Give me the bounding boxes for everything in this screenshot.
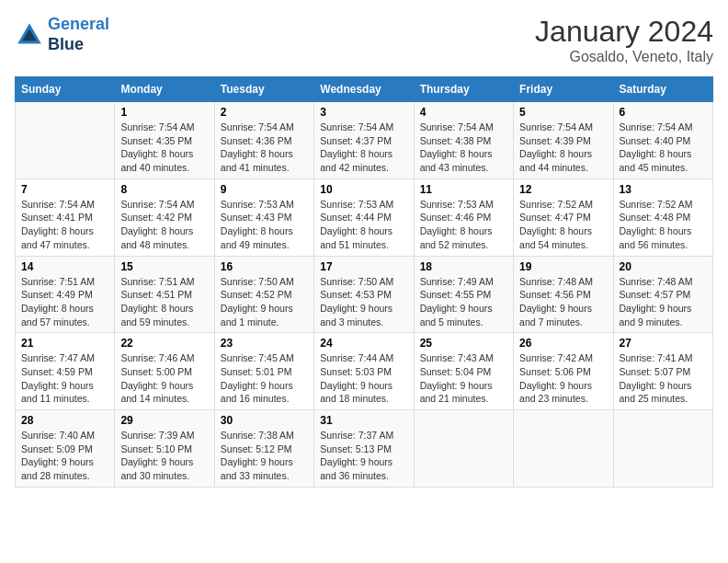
- day-info: Sunrise: 7:47 AMSunset: 4:59 PMDaylight:…: [21, 351, 108, 406]
- day-number: 31: [320, 414, 407, 427]
- day-cell: 28Sunrise: 7:40 AMSunset: 5:09 PMDayligh…: [16, 410, 115, 488]
- day-cell: 19Sunrise: 7:48 AMSunset: 4:56 PMDayligh…: [514, 256, 613, 333]
- day-number: 22: [120, 337, 208, 350]
- day-number: 4: [420, 106, 507, 119]
- calendar-header: SundayMondayTuesdayWednesdayThursdayFrid…: [16, 77, 713, 102]
- day-cell: 22Sunrise: 7:46 AMSunset: 5:00 PMDayligh…: [115, 333, 214, 410]
- day-cell: 26Sunrise: 7:42 AMSunset: 5:06 PMDayligh…: [514, 333, 613, 410]
- day-info: Sunrise: 7:38 AMSunset: 5:12 PMDaylight:…: [221, 429, 308, 483]
- week-row-1: 1Sunrise: 7:54 AMSunset: 4:35 PMDaylight…: [16, 102, 713, 179]
- day-number: 20: [620, 260, 707, 273]
- day-number: 16: [221, 260, 308, 273]
- header: General Blue January 2024 Gosaldo, Venet…: [15, 15, 713, 65]
- day-cell: 10Sunrise: 7:53 AMSunset: 4:44 PMDayligh…: [314, 178, 414, 256]
- day-info: Sunrise: 7:44 AMSunset: 5:03 PMDaylight:…: [320, 351, 407, 406]
- header-cell-friday: Friday: [514, 77, 613, 102]
- day-cell: 8Sunrise: 7:54 AMSunset: 4:42 PMDaylight…: [115, 178, 214, 256]
- day-cell: 12Sunrise: 7:52 AMSunset: 4:47 PMDayligh…: [514, 178, 613, 256]
- title-area: January 2024 Gosaldo, Veneto, Italy: [535, 15, 713, 65]
- day-number: 12: [519, 183, 607, 196]
- header-cell-wednesday: Wednesday: [314, 77, 414, 102]
- day-info: Sunrise: 7:50 AMSunset: 4:52 PMDaylight:…: [221, 275, 308, 329]
- day-cell: [16, 102, 115, 179]
- day-number: 25: [420, 337, 507, 350]
- day-info: Sunrise: 7:54 AMSunset: 4:35 PMDaylight:…: [120, 121, 208, 175]
- week-row-3: 14Sunrise: 7:51 AMSunset: 4:49 PMDayligh…: [16, 256, 713, 333]
- day-info: Sunrise: 7:46 AMSunset: 5:00 PMDaylight:…: [120, 351, 208, 406]
- day-number: 8: [120, 183, 208, 196]
- day-info: Sunrise: 7:45 AMSunset: 5:01 PMDaylight:…: [221, 351, 308, 406]
- day-info: Sunrise: 7:51 AMSunset: 4:49 PMDaylight:…: [21, 275, 108, 329]
- main-title: January 2024: [535, 15, 713, 49]
- day-cell: 7Sunrise: 7:54 AMSunset: 4:41 PMDaylight…: [16, 178, 115, 256]
- day-number: 26: [519, 337, 607, 350]
- day-info: Sunrise: 7:54 AMSunset: 4:41 PMDaylight:…: [21, 198, 108, 252]
- day-cell: 4Sunrise: 7:54 AMSunset: 4:38 PMDaylight…: [414, 102, 513, 179]
- day-number: 9: [221, 183, 308, 196]
- subtitle: Gosaldo, Veneto, Italy: [535, 49, 713, 65]
- logo: General Blue: [15, 15, 109, 54]
- day-cell: 14Sunrise: 7:51 AMSunset: 4:49 PMDayligh…: [16, 256, 115, 333]
- day-number: 14: [21, 260, 108, 273]
- day-info: Sunrise: 7:40 AMSunset: 5:09 PMDaylight:…: [21, 429, 108, 483]
- day-number: 6: [620, 106, 707, 119]
- day-number: 11: [420, 183, 507, 196]
- header-cell-thursday: Thursday: [414, 77, 513, 102]
- week-row-4: 21Sunrise: 7:47 AMSunset: 4:59 PMDayligh…: [16, 333, 713, 410]
- day-cell: 11Sunrise: 7:53 AMSunset: 4:46 PMDayligh…: [414, 178, 513, 256]
- day-info: Sunrise: 7:41 AMSunset: 5:07 PMDaylight:…: [620, 351, 707, 406]
- day-number: 15: [120, 260, 208, 273]
- day-info: Sunrise: 7:50 AMSunset: 4:53 PMDaylight:…: [320, 275, 407, 329]
- header-cell-sunday: Sunday: [16, 77, 115, 102]
- day-info: Sunrise: 7:48 AMSunset: 4:56 PMDaylight:…: [519, 275, 607, 329]
- day-info: Sunrise: 7:49 AMSunset: 4:55 PMDaylight:…: [420, 275, 507, 329]
- day-number: 30: [221, 414, 308, 427]
- day-info: Sunrise: 7:54 AMSunset: 4:40 PMDaylight:…: [620, 121, 707, 175]
- day-number: 28: [21, 414, 108, 427]
- day-cell: 13Sunrise: 7:52 AMSunset: 4:48 PMDayligh…: [613, 178, 712, 256]
- day-cell: 17Sunrise: 7:50 AMSunset: 4:53 PMDayligh…: [314, 256, 414, 333]
- day-info: Sunrise: 7:42 AMSunset: 5:06 PMDaylight:…: [519, 351, 607, 406]
- day-info: Sunrise: 7:53 AMSunset: 4:44 PMDaylight:…: [320, 198, 407, 252]
- logo-icon: [15, 20, 44, 50]
- calendar-table: SundayMondayTuesdayWednesdayThursdayFrid…: [15, 76, 713, 488]
- day-number: 1: [120, 106, 208, 119]
- day-cell: 5Sunrise: 7:54 AMSunset: 4:39 PMDaylight…: [514, 102, 613, 179]
- day-cell: 3Sunrise: 7:54 AMSunset: 4:37 PMDaylight…: [314, 102, 414, 179]
- day-number: 24: [320, 337, 407, 350]
- day-info: Sunrise: 7:54 AMSunset: 4:37 PMDaylight:…: [320, 121, 407, 175]
- day-info: Sunrise: 7:53 AMSunset: 4:43 PMDaylight:…: [221, 198, 308, 252]
- header-cell-saturday: Saturday: [613, 77, 712, 102]
- day-info: Sunrise: 7:54 AMSunset: 4:39 PMDaylight:…: [519, 121, 607, 175]
- day-number: 19: [519, 260, 607, 273]
- day-number: 13: [620, 183, 707, 196]
- header-row: SundayMondayTuesdayWednesdayThursdayFrid…: [16, 77, 713, 102]
- day-number: 29: [120, 414, 208, 427]
- day-cell: 29Sunrise: 7:39 AMSunset: 5:10 PMDayligh…: [115, 410, 214, 488]
- day-cell: 9Sunrise: 7:53 AMSunset: 4:43 PMDaylight…: [214, 178, 313, 256]
- day-cell: 24Sunrise: 7:44 AMSunset: 5:03 PMDayligh…: [314, 333, 414, 410]
- day-cell: 18Sunrise: 7:49 AMSunset: 4:55 PMDayligh…: [414, 256, 513, 333]
- day-number: 23: [221, 337, 308, 350]
- day-cell: [514, 410, 613, 488]
- day-info: Sunrise: 7:39 AMSunset: 5:10 PMDaylight:…: [120, 429, 208, 483]
- day-number: 17: [320, 260, 407, 273]
- day-number: 3: [320, 106, 407, 119]
- day-info: Sunrise: 7:54 AMSunset: 4:38 PMDaylight:…: [420, 121, 507, 175]
- header-cell-monday: Monday: [115, 77, 214, 102]
- day-number: 10: [320, 183, 407, 196]
- week-row-2: 7Sunrise: 7:54 AMSunset: 4:41 PMDaylight…: [16, 178, 713, 256]
- day-cell: 6Sunrise: 7:54 AMSunset: 4:40 PMDaylight…: [613, 102, 712, 179]
- day-cell: [414, 410, 513, 488]
- day-info: Sunrise: 7:54 AMSunset: 4:36 PMDaylight:…: [221, 121, 308, 175]
- day-cell: 1Sunrise: 7:54 AMSunset: 4:35 PMDaylight…: [115, 102, 214, 179]
- day-info: Sunrise: 7:51 AMSunset: 4:51 PMDaylight:…: [120, 275, 208, 329]
- logo-text: General Blue: [48, 15, 109, 54]
- day-cell: 27Sunrise: 7:41 AMSunset: 5:07 PMDayligh…: [613, 333, 712, 410]
- day-cell: 15Sunrise: 7:51 AMSunset: 4:51 PMDayligh…: [115, 256, 214, 333]
- day-number: 27: [620, 337, 707, 350]
- day-cell: 31Sunrise: 7:37 AMSunset: 5:13 PMDayligh…: [314, 410, 414, 488]
- day-cell: 20Sunrise: 7:48 AMSunset: 4:57 PMDayligh…: [613, 256, 712, 333]
- day-number: 5: [519, 106, 607, 119]
- day-cell: [613, 410, 712, 488]
